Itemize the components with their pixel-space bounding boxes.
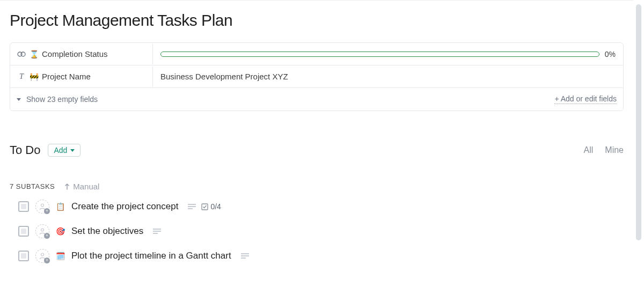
subtask-count: 7 SUBTASKS xyxy=(10,182,55,190)
add-button[interactable]: Add xyxy=(48,144,80,157)
description-icon xyxy=(188,204,196,210)
text-type-icon: T xyxy=(17,72,26,82)
fields-panel: ⌛ Completion Status 0% T 🚧 Project Name … xyxy=(10,42,624,111)
caret-down-icon xyxy=(70,149,75,152)
clipboard-icon: 📋 xyxy=(56,202,65,211)
add-button-label: Add xyxy=(54,146,67,155)
field-row-project-name: T 🚧 Project Name Business Development Pr… xyxy=(10,65,623,88)
fields-footer: Show 23 empty fields + Add or edit field… xyxy=(10,88,623,111)
section-header: To Do Add All Mine xyxy=(0,111,633,157)
construction-icon: 🚧 xyxy=(30,72,39,81)
field-label-text: Completion Status xyxy=(42,49,108,58)
project-name-value: Business Development Project XYZ xyxy=(160,72,288,81)
show-empty-fields[interactable]: Show 23 empty fields xyxy=(17,95,98,104)
svg-point-4 xyxy=(41,229,44,231)
svg-point-1 xyxy=(21,52,25,56)
task-checkbox[interactable] xyxy=(18,201,29,212)
description-icon xyxy=(241,253,249,259)
sort-mode-label: Manual xyxy=(73,182,99,191)
task-row[interactable]: + 🗓️ Plot the project timeline in a Gant… xyxy=(18,249,633,263)
field-label-project-name: T 🚧 Project Name xyxy=(10,67,153,87)
progress-bar[interactable] xyxy=(160,52,599,57)
task-checkbox[interactable] xyxy=(18,251,29,261)
plus-icon: + xyxy=(44,258,50,263)
hourglass-icon: ⌛ xyxy=(30,50,39,58)
plus-icon: + xyxy=(44,233,50,239)
field-value-project-name[interactable]: Business Development Project XYZ xyxy=(153,67,623,86)
target-icon: 🎯 xyxy=(56,227,65,236)
calendar-icon: 🗓️ xyxy=(56,252,65,260)
field-value-completion[interactable]: 0% xyxy=(153,45,623,64)
checkbox-icon xyxy=(201,203,208,210)
task-list: + 📋 Create the project concept 0/4 + 🎯 xyxy=(0,196,633,263)
subtask-meta: 7 SUBTASKS Manual xyxy=(0,157,633,196)
task-title[interactable]: Create the project concept xyxy=(71,201,178,212)
subtask-count-text: 0/4 xyxy=(210,202,221,211)
task-title[interactable]: Plot the project timeline in a Gantt cha… xyxy=(71,251,231,261)
scrollbar-thumb[interactable] xyxy=(636,4,641,240)
show-empty-label: Show 23 empty fields xyxy=(26,95,98,104)
caret-down-icon xyxy=(17,98,21,101)
field-label-completion: ⌛ Completion Status xyxy=(10,44,153,64)
svg-point-2 xyxy=(41,204,44,207)
task-checkbox[interactable] xyxy=(18,226,29,237)
filter-tab-all[interactable]: All xyxy=(584,145,594,155)
filter-tab-mine[interactable]: Mine xyxy=(605,145,624,155)
sort-mode[interactable]: Manual xyxy=(64,182,99,191)
scrollbar[interactable] xyxy=(635,4,642,290)
assignee-button[interactable]: + xyxy=(35,224,49,238)
assignee-button[interactable]: + xyxy=(35,249,49,263)
progress-type-icon xyxy=(17,49,26,59)
task-row[interactable]: + 🎯 Set the objectives xyxy=(18,224,633,238)
task-row[interactable]: + 📋 Create the project concept 0/4 xyxy=(18,200,633,214)
description-icon xyxy=(153,229,161,234)
arrow-up-icon xyxy=(64,183,70,190)
page-title: Project Management Tasks Plan xyxy=(0,1,633,42)
svg-point-5 xyxy=(41,253,44,256)
assignee-button[interactable]: + xyxy=(35,200,49,214)
subtask-count-badge[interactable]: 0/4 xyxy=(201,202,221,211)
progress-percent: 0% xyxy=(605,50,616,58)
task-title[interactable]: Set the objectives xyxy=(71,226,143,237)
field-label-text: Project Name xyxy=(42,72,91,81)
plus-icon: + xyxy=(44,208,50,214)
add-edit-fields[interactable]: + Add or edit fields xyxy=(554,94,617,104)
field-row-completion: ⌛ Completion Status 0% xyxy=(10,43,623,65)
filter-tabs: All Mine xyxy=(584,145,624,155)
section-title: To Do xyxy=(10,143,40,157)
